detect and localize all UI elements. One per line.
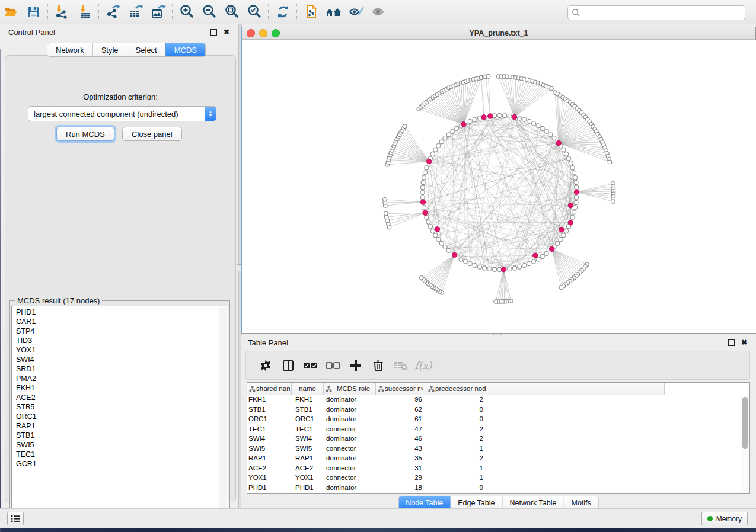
- graph-node[interactable]: [540, 255, 544, 259]
- graph-hub-node[interactable]: [452, 252, 457, 257]
- graph-hub-node[interactable]: [556, 140, 561, 145]
- graph-node[interactable]: [540, 126, 544, 130]
- graph-node[interactable]: [423, 171, 427, 175]
- graph-node[interactable]: [443, 136, 447, 140]
- graph-node[interactable]: [518, 116, 522, 120]
- search-input[interactable]: [580, 8, 741, 18]
- graph-node[interactable]: [430, 152, 435, 156]
- tab-select[interactable]: Select: [127, 43, 165, 56]
- graph-node[interactable]: [439, 140, 444, 144]
- graph-hub-node[interactable]: [420, 200, 425, 204]
- graph-node[interactable]: [531, 259, 535, 264]
- graph-node[interactable]: [574, 200, 578, 204]
- graph-node[interactable]: [564, 152, 569, 156]
- graph-node[interactable]: [562, 148, 566, 152]
- mcds-result-item[interactable]: TEC1: [12, 450, 216, 459]
- graph-node[interactable]: [611, 200, 615, 204]
- graph-node[interactable]: [502, 114, 506, 118]
- graph-node[interactable]: [468, 119, 472, 123]
- import-table-button[interactable]: [74, 2, 96, 22]
- import-network-button[interactable]: [51, 2, 74, 22]
- table-row[interactable]: SWI5SWI5connector431: [247, 444, 742, 454]
- graph-node[interactable]: [573, 175, 577, 180]
- mcds-result-item[interactable]: CAR1: [12, 317, 216, 326]
- table-row[interactable]: TEC1TEC1connector472: [247, 424, 742, 434]
- graph-node[interactable]: [550, 86, 554, 91]
- graph-node[interactable]: [463, 259, 467, 264]
- graph-node[interactable]: [522, 117, 527, 121]
- graph-node[interactable]: [455, 126, 459, 130]
- zoom-selected-button[interactable]: [243, 2, 266, 22]
- graph-node[interactable]: [486, 75, 490, 79]
- table-row[interactable]: YOX1YOX1connector291: [247, 473, 742, 483]
- graph-node[interactable]: [443, 245, 447, 249]
- graph-node[interactable]: [567, 156, 571, 161]
- graph-node[interactable]: [425, 215, 429, 219]
- graph-node[interactable]: [451, 129, 455, 133]
- tab-network[interactable]: Network: [47, 43, 92, 56]
- memory-button[interactable]: Memory: [701, 512, 748, 525]
- zoom-out-button[interactable]: [198, 2, 221, 22]
- graph-hub-node[interactable]: [461, 122, 466, 127]
- show-panel-button[interactable]: [368, 2, 390, 22]
- graph-node[interactable]: [559, 286, 563, 290]
- graph-node[interactable]: [575, 185, 579, 190]
- graph-hub-node[interactable]: [568, 220, 573, 225]
- graph-node[interactable]: [487, 267, 492, 271]
- graph-node[interactable]: [468, 262, 472, 266]
- float-panel-icon[interactable]: [209, 27, 218, 37]
- graph-node[interactable]: [508, 114, 512, 118]
- search-box[interactable]: [567, 5, 745, 20]
- graph-hub-node[interactable]: [501, 267, 506, 272]
- graph-node[interactable]: [473, 117, 477, 121]
- column-header-mcds-role[interactable]: MCDS role: [324, 383, 376, 395]
- mcds-result-item[interactable]: SWI4: [12, 355, 216, 364]
- graph-node[interactable]: [420, 185, 425, 190]
- graph-node[interactable]: [564, 229, 569, 233]
- graph-node[interactable]: [483, 266, 487, 270]
- task-history-button[interactable]: [7, 512, 24, 525]
- graph-node[interactable]: [527, 119, 531, 123]
- graph-node[interactable]: [384, 211, 388, 216]
- graph-node[interactable]: [497, 113, 502, 117]
- table-row[interactable]: ORC1ORC1dominator610: [247, 414, 742, 424]
- graph-hub-node[interactable]: [533, 253, 538, 258]
- graph-node[interactable]: [575, 196, 579, 200]
- graph-hub-node[interactable]: [488, 114, 493, 118]
- mcds-result-item[interactable]: ORC1: [12, 412, 216, 421]
- refresh-button[interactable]: [272, 2, 294, 22]
- graph-node[interactable]: [420, 190, 425, 194]
- mcds-result-item[interactable]: RAP1: [12, 421, 216, 431]
- mcds-result-item[interactable]: SRD1: [12, 364, 216, 374]
- add-column-button[interactable]: [344, 355, 367, 376]
- tab-network-table[interactable]: Network Table: [502, 496, 564, 509]
- close-panel-button[interactable]: Close panel: [122, 127, 182, 141]
- open-session-button[interactable]: [0, 2, 23, 22]
- float-panel-icon[interactable]: [726, 338, 736, 347]
- table-row[interactable]: STB1STB1dominator620: [247, 405, 742, 415]
- run-mcds-button[interactable]: Run MCDS: [56, 127, 114, 141]
- graph-node[interactable]: [426, 220, 430, 224]
- mcds-result-item[interactable]: STB1: [12, 431, 216, 440]
- table-row[interactable]: FKH1FKH1dominator962: [247, 395, 742, 405]
- network-overview-button[interactable]: [323, 2, 345, 22]
- graph-node[interactable]: [473, 264, 477, 268]
- hide-panel-button[interactable]: [345, 2, 368, 22]
- network-canvas-svg[interactable]: [242, 40, 756, 333]
- export-network-button[interactable]: [102, 2, 125, 22]
- graph-node[interactable]: [531, 121, 535, 126]
- graph-hub-node[interactable]: [550, 246, 554, 251]
- graph-hub-node[interactable]: [481, 115, 486, 120]
- graph-node[interactable]: [552, 136, 556, 140]
- graph-node[interactable]: [548, 133, 553, 137]
- mcds-result-item[interactable]: ACE2: [12, 393, 216, 402]
- graph-node[interactable]: [425, 166, 429, 170]
- graph-node[interactable]: [522, 264, 527, 268]
- graph-node[interactable]: [572, 210, 576, 214]
- mcds-result-item[interactable]: YOX1: [12, 345, 216, 355]
- graph-node[interactable]: [459, 257, 463, 261]
- graph-node[interactable]: [420, 196, 425, 200]
- mcds-result-item[interactable]: FKH1: [12, 383, 216, 393]
- function-builder-button[interactable]: f(x): [412, 355, 435, 376]
- graph-node[interactable]: [492, 114, 496, 118]
